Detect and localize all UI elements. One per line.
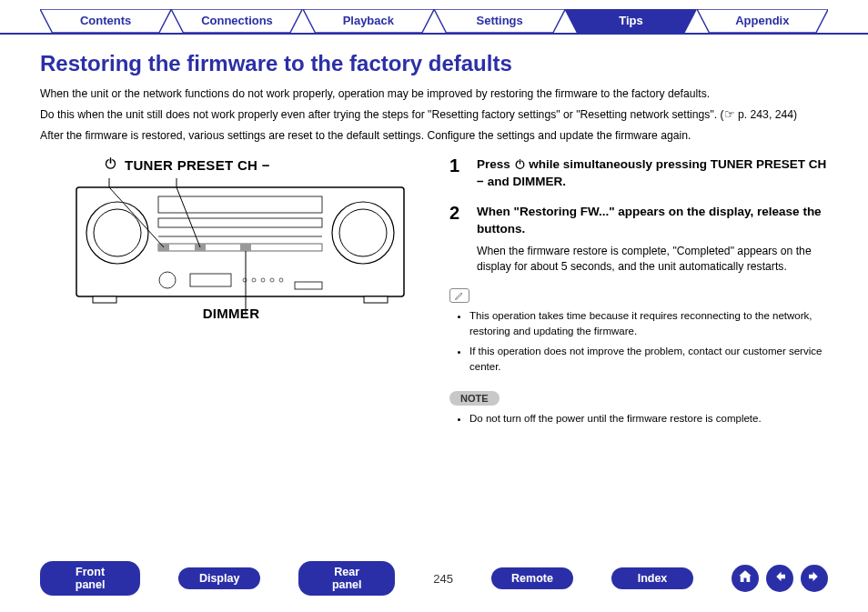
page-number: 245 — [433, 572, 453, 586]
step-2: 2 When "Restoring FW..." appears on the … — [449, 204, 828, 276]
diagram-column: TUNER PRESET CH − — [40, 156, 422, 430]
svg-rect-12 — [364, 296, 388, 303]
home-icon — [737, 568, 753, 588]
tip-item: If this operation does not improve the p… — [469, 344, 828, 376]
display-button[interactable]: Display — [178, 567, 260, 589]
tips-list: This operation takes time because it req… — [449, 308, 828, 375]
svg-point-24 — [159, 272, 176, 288]
tab-playback[interactable]: Playback — [303, 9, 434, 33]
step-1: 1 Press while simultaneously pressing TU… — [449, 156, 828, 191]
power-icon — [514, 156, 526, 174]
pencil-icon — [449, 288, 469, 303]
note-item: Do not turn off the power until the firm… — [469, 411, 828, 426]
tab-label: Appendix — [735, 14, 789, 27]
svg-point-14 — [94, 209, 141, 256]
intro-p1: When the unit or the network functions d… — [40, 85, 828, 102]
step-number: 2 — [449, 204, 464, 276]
bottom-nav: Front panel Display Rear panel 245 Remot… — [0, 561, 868, 596]
next-page-button[interactable] — [801, 565, 828, 592]
tab-connections[interactable]: Connections — [171, 9, 302, 33]
tip-item: This operation takes time because it req… — [469, 308, 828, 340]
intro-p2: Do this when the unit still does not wor… — [40, 105, 828, 124]
intro-p3: After the firmware is restored, various … — [40, 127, 828, 144]
tab-settings[interactable]: Settings — [434, 9, 565, 33]
diagram-label-top: TUNER PRESET CH − — [125, 157, 270, 173]
step-number: 1 — [449, 156, 464, 191]
page-title: Restoring the firmware to the factory de… — [0, 35, 868, 82]
prev-page-button[interactable] — [766, 565, 793, 592]
notes-list: Do not turn off the power until the firm… — [449, 411, 828, 426]
home-button[interactable] — [732, 565, 759, 592]
page-ref-icon: ☞ — [724, 107, 735, 121]
step-1-title: Press while simultaneously pressing TUNE… — [477, 156, 828, 191]
tab-label: Connections — [201, 14, 273, 27]
note-badge: NOTE — [449, 391, 500, 406]
tab-label: Playback — [343, 14, 394, 27]
tab-label: Contents — [80, 14, 131, 27]
arrow-right-icon — [806, 568, 823, 588]
index-button[interactable]: Index — [611, 567, 693, 589]
svg-rect-11 — [93, 296, 116, 303]
tab-appendix[interactable]: Appendix — [697, 9, 828, 33]
svg-rect-26 — [295, 282, 322, 289]
tab-label: Settings — [477, 14, 523, 27]
step-2-title: When "Restoring FW..." appears on the di… — [477, 204, 828, 238]
instructions-column: 1 Press while simultaneously pressing TU… — [449, 156, 828, 430]
svg-rect-25 — [190, 274, 231, 286]
intro-text: When the unit or the network functions d… — [0, 82, 868, 144]
remote-button[interactable]: Remote — [491, 567, 573, 589]
rear-panel-button[interactable]: Rear panel — [298, 561, 395, 596]
device-diagram — [67, 178, 413, 296]
svg-rect-18 — [158, 218, 322, 227]
power-icon — [104, 156, 117, 173]
svg-rect-23 — [240, 244, 251, 251]
top-nav: Contents Connections Playback Settings T… — [0, 0, 868, 35]
tab-tips[interactable]: Tips — [565, 9, 696, 33]
step-2-desc: When the firmware restore is complete, "… — [477, 244, 828, 276]
tab-contents[interactable]: Contents — [40, 9, 171, 33]
tab-label: Tips — [619, 14, 643, 27]
svg-point-16 — [339, 209, 387, 256]
arrow-left-icon — [772, 568, 788, 588]
front-panel-button[interactable]: Front panel — [40, 561, 140, 596]
